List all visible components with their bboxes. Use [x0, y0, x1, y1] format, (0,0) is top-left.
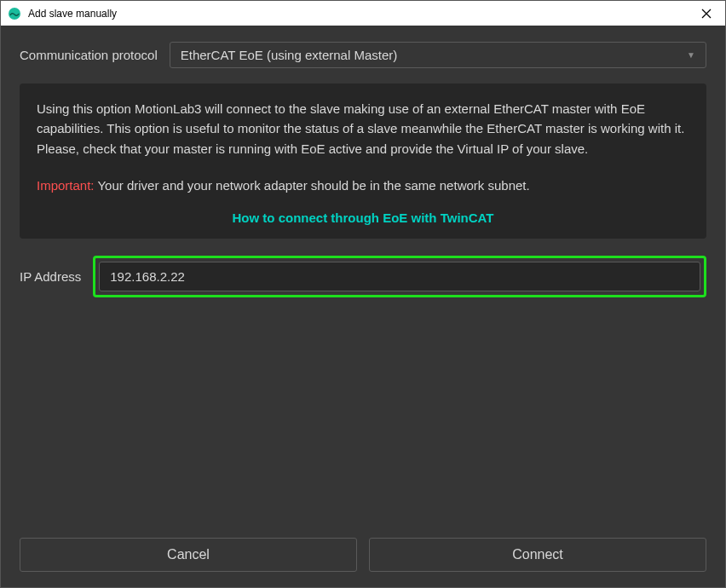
- titlebar: Add slave manually: [1, 1, 725, 26]
- connect-button[interactable]: Connect: [369, 538, 706, 572]
- app-icon: [8, 7, 21, 20]
- cancel-button[interactable]: Cancel: [20, 538, 357, 572]
- chevron-down-icon: ▼: [687, 50, 695, 60]
- ip-input-highlight: [93, 256, 706, 297]
- protocol-label: Communication protocol: [20, 48, 158, 62]
- info-description: Using this option MotionLab3 will connec…: [37, 99, 689, 159]
- help-link[interactable]: How to connect through EoE with TwinCAT: [37, 210, 689, 225]
- protocol-row: Communication protocol EtherCAT EoE (usi…: [20, 42, 706, 68]
- ip-label: IP Address: [20, 269, 81, 284]
- close-icon[interactable]: [694, 2, 718, 26]
- dialog-content: Communication protocol EtherCAT EoE (usi…: [1, 26, 725, 587]
- important-text: Your driver and your network adapter sho…: [95, 178, 530, 193]
- important-label: Important:: [37, 178, 95, 193]
- ip-row: IP Address: [20, 256, 706, 297]
- protocol-selected-value: EtherCAT EoE (using external Master): [181, 48, 398, 62]
- info-important: Important: Your driver and your network …: [37, 176, 689, 195]
- ip-input[interactable]: [99, 262, 700, 291]
- spacer: [20, 297, 706, 526]
- window-title: Add slave manually: [28, 8, 694, 20]
- info-box: Using this option MotionLab3 will connec…: [20, 84, 706, 239]
- protocol-select[interactable]: EtherCAT EoE (using external Master) ▼: [170, 42, 706, 68]
- dialog-window: Add slave manually Communication protoco…: [0, 0, 726, 588]
- button-row: Cancel Connect: [20, 538, 706, 572]
